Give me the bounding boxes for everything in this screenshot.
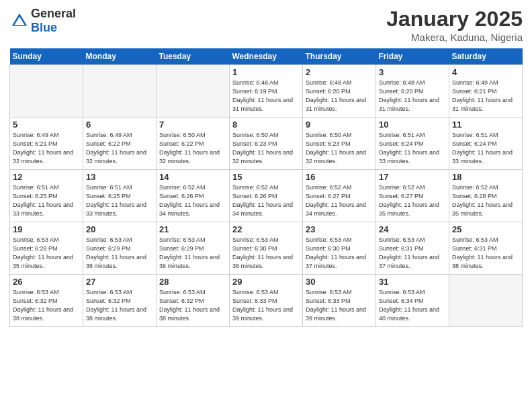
- calendar-table: Sunday Monday Tuesday Wednesday Thursday…: [9, 48, 523, 327]
- calendar-week-4: 19Sunrise: 6:53 AMSunset: 6:28 PMDayligh…: [10, 222, 523, 275]
- day-number: 29: [232, 277, 300, 287]
- calendar-cell: [10, 65, 83, 118]
- day-info: Sunrise: 6:53 AMSunset: 6:29 PMDaylight:…: [159, 236, 220, 269]
- day-info: Sunrise: 6:52 AMSunset: 6:26 PMDaylight:…: [159, 184, 220, 217]
- calendar-cell: 10Sunrise: 6:51 AMSunset: 6:24 PMDayligh…: [376, 118, 449, 170]
- header: General Blue January 2025 Makera, Kaduna…: [9, 7, 523, 43]
- logo-icon: [9, 11, 30, 31]
- calendar-cell: 21Sunrise: 6:53 AMSunset: 6:29 PMDayligh…: [157, 222, 230, 275]
- calendar-cell: 11Sunrise: 6:51 AMSunset: 6:24 PMDayligh…: [449, 118, 523, 170]
- day-number: 24: [379, 224, 446, 234]
- calendar-header: Sunday Monday Tuesday Wednesday Thursday…: [10, 48, 523, 65]
- day-info: Sunrise: 6:51 AMSunset: 6:25 PMDaylight:…: [13, 184, 73, 217]
- calendar-cell: 6Sunrise: 6:49 AMSunset: 6:22 PMDaylight…: [83, 118, 157, 170]
- calendar-cell: [449, 275, 523, 327]
- day-number: 1: [232, 67, 300, 77]
- calendar-cell: 23Sunrise: 6:53 AMSunset: 6:30 PMDayligh…: [303, 222, 376, 275]
- title-block: January 2025 Makera, Kaduna, Nigeria: [386, 7, 523, 43]
- col-friday: Friday: [376, 48, 449, 65]
- day-info: Sunrise: 6:48 AMSunset: 6:19 PMDaylight:…: [232, 79, 293, 112]
- day-info: Sunrise: 6:51 AMSunset: 6:24 PMDaylight:…: [379, 132, 439, 165]
- day-number: 12: [13, 172, 80, 182]
- day-number: 20: [86, 224, 153, 234]
- calendar-week-3: 12Sunrise: 6:51 AMSunset: 6:25 PMDayligh…: [10, 170, 523, 222]
- day-info: Sunrise: 6:53 AMSunset: 6:32 PMDaylight:…: [159, 289, 220, 322]
- col-sunday: Sunday: [10, 48, 83, 65]
- calendar-cell: [83, 65, 157, 118]
- day-number: 8: [232, 120, 300, 130]
- day-info: Sunrise: 6:48 AMSunset: 6:20 PMDaylight:…: [379, 79, 439, 112]
- logo: General Blue: [9, 7, 76, 35]
- logo-blue: Blue: [31, 21, 57, 34]
- col-thursday: Thursday: [303, 48, 376, 65]
- header-row: Sunday Monday Tuesday Wednesday Thursday…: [10, 48, 523, 65]
- calendar-cell: 28Sunrise: 6:53 AMSunset: 6:32 PMDayligh…: [157, 275, 230, 327]
- day-number: 18: [452, 172, 519, 182]
- day-info: Sunrise: 6:52 AMSunset: 6:27 PMDaylight:…: [306, 184, 366, 217]
- day-info: Sunrise: 6:49 AMSunset: 6:21 PMDaylight:…: [13, 132, 73, 165]
- col-wednesday: Wednesday: [230, 48, 303, 65]
- calendar-cell: 20Sunrise: 6:53 AMSunset: 6:29 PMDayligh…: [83, 222, 157, 275]
- day-number: 13: [86, 172, 153, 182]
- calendar-cell: 12Sunrise: 6:51 AMSunset: 6:25 PMDayligh…: [10, 170, 83, 222]
- calendar-cell: 26Sunrise: 6:53 AMSunset: 6:32 PMDayligh…: [10, 275, 83, 327]
- page-container: General Blue January 2025 Makera, Kaduna…: [0, 0, 532, 334]
- calendar-cell: 2Sunrise: 6:48 AMSunset: 6:20 PMDaylight…: [303, 65, 376, 118]
- location: Makera, Kaduna, Nigeria: [386, 32, 523, 43]
- day-info: Sunrise: 6:53 AMSunset: 6:28 PMDaylight:…: [13, 236, 73, 269]
- calendar-cell: 8Sunrise: 6:50 AMSunset: 6:23 PMDaylight…: [230, 118, 303, 170]
- calendar-cell: 9Sunrise: 6:50 AMSunset: 6:23 PMDaylight…: [303, 118, 376, 170]
- calendar-cell: 29Sunrise: 6:53 AMSunset: 6:33 PMDayligh…: [230, 275, 303, 327]
- calendar-cell: 13Sunrise: 6:51 AMSunset: 6:25 PMDayligh…: [83, 170, 157, 222]
- day-info: Sunrise: 6:52 AMSunset: 6:26 PMDaylight:…: [232, 184, 293, 217]
- day-number: 30: [306, 277, 373, 287]
- calendar-cell: 30Sunrise: 6:53 AMSunset: 6:33 PMDayligh…: [303, 275, 376, 327]
- day-number: 7: [159, 120, 226, 130]
- day-info: Sunrise: 6:51 AMSunset: 6:24 PMDaylight:…: [452, 132, 513, 165]
- calendar-cell: 31Sunrise: 6:53 AMSunset: 6:34 PMDayligh…: [376, 275, 449, 327]
- day-number: 4: [452, 67, 519, 77]
- calendar-week-2: 5Sunrise: 6:49 AMSunset: 6:21 PMDaylight…: [10, 118, 523, 170]
- day-number: 26: [13, 277, 80, 287]
- day-number: 9: [306, 120, 373, 130]
- day-number: 25: [452, 224, 519, 234]
- calendar-cell: 25Sunrise: 6:53 AMSunset: 6:31 PMDayligh…: [449, 222, 523, 275]
- calendar-cell: 5Sunrise: 6:49 AMSunset: 6:21 PMDaylight…: [10, 118, 83, 170]
- day-info: Sunrise: 6:49 AMSunset: 6:22 PMDaylight:…: [86, 132, 146, 165]
- day-info: Sunrise: 6:50 AMSunset: 6:23 PMDaylight:…: [306, 132, 366, 165]
- calendar-cell: 27Sunrise: 6:53 AMSunset: 6:32 PMDayligh…: [83, 275, 157, 327]
- day-info: Sunrise: 6:49 AMSunset: 6:21 PMDaylight:…: [452, 79, 513, 112]
- calendar-cell: 17Sunrise: 6:52 AMSunset: 6:27 PMDayligh…: [376, 170, 449, 222]
- day-info: Sunrise: 6:53 AMSunset: 6:30 PMDaylight:…: [306, 236, 366, 269]
- logo-text: General Blue: [31, 7, 76, 35]
- month-title: January 2025: [386, 7, 523, 32]
- day-info: Sunrise: 6:53 AMSunset: 6:30 PMDaylight:…: [232, 236, 293, 269]
- day-info: Sunrise: 6:52 AMSunset: 6:27 PMDaylight:…: [379, 184, 439, 217]
- day-info: Sunrise: 6:50 AMSunset: 6:22 PMDaylight:…: [159, 132, 220, 165]
- calendar-cell: 18Sunrise: 6:52 AMSunset: 6:28 PMDayligh…: [449, 170, 523, 222]
- calendar-cell: 22Sunrise: 6:53 AMSunset: 6:30 PMDayligh…: [230, 222, 303, 275]
- day-info: Sunrise: 6:53 AMSunset: 6:32 PMDaylight:…: [13, 289, 73, 322]
- day-number: 3: [379, 67, 446, 77]
- day-info: Sunrise: 6:51 AMSunset: 6:25 PMDaylight:…: [86, 184, 146, 217]
- calendar-cell: 16Sunrise: 6:52 AMSunset: 6:27 PMDayligh…: [303, 170, 376, 222]
- day-info: Sunrise: 6:48 AMSunset: 6:20 PMDaylight:…: [306, 79, 366, 112]
- day-info: Sunrise: 6:53 AMSunset: 6:31 PMDaylight:…: [452, 236, 513, 269]
- calendar-cell: 1Sunrise: 6:48 AMSunset: 6:19 PMDaylight…: [230, 65, 303, 118]
- day-number: 2: [306, 67, 373, 77]
- calendar-cell: 24Sunrise: 6:53 AMSunset: 6:31 PMDayligh…: [376, 222, 449, 275]
- calendar-cell: 7Sunrise: 6:50 AMSunset: 6:22 PMDaylight…: [157, 118, 230, 170]
- calendar-cell: 14Sunrise: 6:52 AMSunset: 6:26 PMDayligh…: [157, 170, 230, 222]
- logo-general: General: [31, 7, 76, 20]
- day-number: 11: [452, 120, 519, 130]
- day-info: Sunrise: 6:53 AMSunset: 6:34 PMDaylight:…: [379, 289, 439, 322]
- day-info: Sunrise: 6:53 AMSunset: 6:32 PMDaylight:…: [86, 289, 146, 322]
- col-monday: Monday: [83, 48, 157, 65]
- day-info: Sunrise: 6:53 AMSunset: 6:33 PMDaylight:…: [306, 289, 366, 322]
- calendar-cell: [157, 65, 230, 118]
- calendar-body: 1Sunrise: 6:48 AMSunset: 6:19 PMDaylight…: [10, 65, 523, 327]
- calendar-cell: 15Sunrise: 6:52 AMSunset: 6:26 PMDayligh…: [230, 170, 303, 222]
- day-number: 5: [13, 120, 80, 130]
- calendar-cell: 19Sunrise: 6:53 AMSunset: 6:28 PMDayligh…: [10, 222, 83, 275]
- day-number: 16: [306, 172, 373, 182]
